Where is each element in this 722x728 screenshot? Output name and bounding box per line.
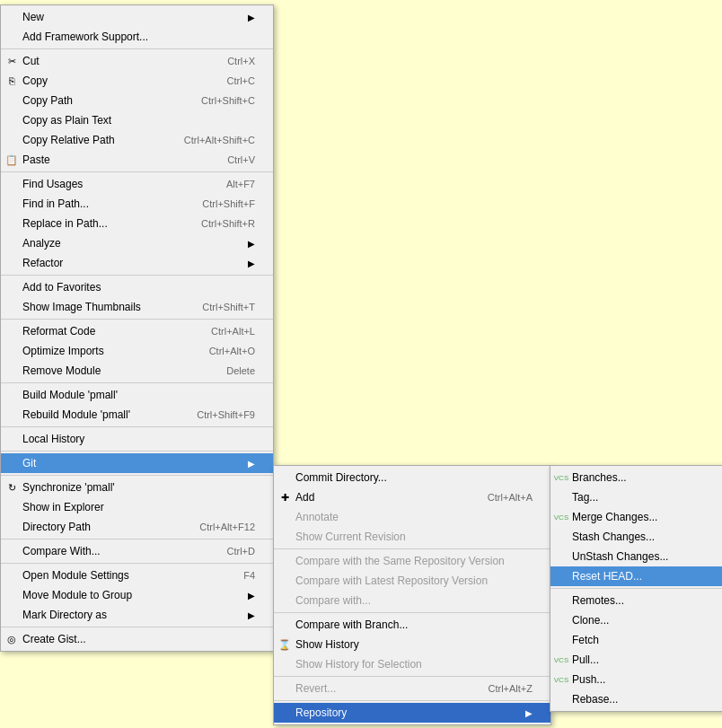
menu-item-analyze[interactable]: Analyze▶	[1, 233, 273, 253]
menu-label-replace-in-path[interactable]: Replace in Path...Ctrl+Shift+R	[1, 214, 273, 233]
menu-item-show-history[interactable]: ⌛Show History	[274, 635, 550, 654]
menu-label-add-favorites[interactable]: Add to Favorites	[1, 277, 273, 297]
menu-label-copy-plain[interactable]: Copy as Plain Text	[1, 110, 273, 130]
menu-item-cut[interactable]: ✂CutCtrl+X	[1, 51, 273, 71]
menu-item-directory-path[interactable]: Directory PathCtrl+Alt+F12	[1, 517, 273, 537]
menu-label-mark-directory-as[interactable]: Mark Directory as▶	[1, 605, 273, 625]
menu-item-add[interactable]: ✚AddCtrl+Alt+A	[274, 487, 550, 507]
menu-item-find-usages[interactable]: Find UsagesAlt+F7	[1, 174, 273, 194]
menu-item-mark-directory-as[interactable]: Mark Directory as▶	[1, 605, 273, 625]
menu-item-find-in-path[interactable]: Find in Path...Ctrl+Shift+F	[1, 194, 273, 214]
menu-item-build-module[interactable]: Build Module 'pmall'	[1, 385, 273, 405]
menu-item-show-current-revision[interactable]: Show Current Revision	[274, 527, 550, 547]
menu-item-push[interactable]: VCSPush...Ctrl+Shift+K	[550, 670, 722, 689]
menu-label-move-module-to-group[interactable]: Move Module to Group▶	[1, 585, 273, 605]
menu-item-compare-same-repo[interactable]: Compare with the Same Repository Version	[274, 551, 550, 571]
menu-item-fetch[interactable]: Fetch	[550, 630, 722, 650]
menu-item-refactor[interactable]: Refactor▶	[1, 253, 273, 273]
menu-item-remotes[interactable]: Remotes...	[550, 591, 722, 610]
menu-item-open-module-settings[interactable]: Open Module SettingsF4	[1, 566, 273, 585]
menu-label-compare-branch[interactable]: Compare with Branch...	[274, 615, 550, 635]
menu-label-merge-changes[interactable]: VCSMerge Changes...	[550, 507, 722, 527]
menu-label-add-framework[interactable]: Add Framework Support...	[1, 27, 273, 47]
menu-label-reset-head[interactable]: Reset HEAD...	[550, 566, 722, 586]
menu-item-pull[interactable]: VCSPull...	[550, 650, 722, 670]
menu-label-compare-with[interactable]: Compare with...	[274, 591, 550, 610]
menu-label-show-history[interactable]: ⌛Show History	[274, 635, 550, 654]
menu-label-compare-same-repo[interactable]: Compare with the Same Repository Version	[274, 551, 550, 571]
menu-item-copy[interactable]: ⎘CopyCtrl+C	[1, 71, 273, 91]
menu-label-pull[interactable]: VCSPull...	[550, 650, 722, 670]
menu-label-analyze[interactable]: Analyze▶	[1, 233, 273, 253]
menu-item-branches[interactable]: VCSBranches...	[550, 468, 722, 487]
menu-item-new[interactable]: New▶	[1, 7, 273, 27]
menu-item-clone[interactable]: Clone...	[550, 610, 722, 630]
menu-label-find-usages[interactable]: Find UsagesAlt+F7	[1, 174, 273, 194]
menu-label-rebuild-module[interactable]: Rebuild Module 'pmall'Ctrl+Shift+F9	[1, 405, 273, 425]
menu-item-add-framework[interactable]: Add Framework Support...	[1, 27, 273, 47]
menu-label-stash-changes[interactable]: Stash Changes...	[550, 527, 722, 547]
menu-label-directory-path[interactable]: Directory PathCtrl+Alt+F12	[1, 517, 273, 537]
menu-label-fetch[interactable]: Fetch	[550, 630, 722, 650]
menu-label-compare-with[interactable]: Compare With...Ctrl+D	[1, 541, 273, 561]
menu-item-repository[interactable]: Repository▶	[274, 703, 550, 723]
menu-label-refactor[interactable]: Refactor▶	[1, 253, 273, 273]
menu-label-synchronize[interactable]: ↻Synchronize 'pmall'	[1, 478, 273, 497]
menu-label-repository[interactable]: Repository▶	[274, 703, 550, 723]
menu-label-branches[interactable]: VCSBranches...	[550, 468, 722, 487]
menu-label-compare-latest-repo[interactable]: Compare with Latest Repository Version	[274, 571, 550, 591]
menu-label-add[interactable]: ✚AddCtrl+Alt+A	[274, 487, 550, 507]
menu-item-revert[interactable]: Revert...Ctrl+Alt+Z	[274, 679, 550, 698]
menu-item-show-image-thumbnails[interactable]: Show Image ThumbnailsCtrl+Shift+T	[1, 297, 273, 317]
menu-item-stash-changes[interactable]: Stash Changes...	[550, 527, 722, 547]
menu-item-move-module-to-group[interactable]: Move Module to Group▶	[1, 585, 273, 605]
menu-label-commit-dir[interactable]: Commit Directory...	[274, 468, 550, 487]
menu-item-add-favorites[interactable]: Add to Favorites	[1, 277, 273, 297]
menu-label-show-image-thumbnails[interactable]: Show Image ThumbnailsCtrl+Shift+T	[1, 297, 273, 317]
menu-item-compare-with[interactable]: Compare with...	[274, 591, 550, 610]
menu-item-copy-plain[interactable]: Copy as Plain Text	[1, 110, 273, 130]
menu-item-compare-latest-repo[interactable]: Compare with Latest Repository Version	[274, 571, 550, 591]
menu-label-open-module-settings[interactable]: Open Module SettingsF4	[1, 566, 273, 585]
menu-item-optimize-imports[interactable]: Optimize ImportsCtrl+Alt+O	[1, 341, 273, 361]
menu-item-remove-module[interactable]: Remove ModuleDelete	[1, 361, 273, 381]
menu-label-paste[interactable]: 📋PasteCtrl+V	[1, 150, 273, 170]
menu-label-build-module[interactable]: Build Module 'pmall'	[1, 385, 273, 405]
menu-label-new[interactable]: New▶	[1, 7, 273, 27]
menu-label-unstash-changes[interactable]: UnStash Changes...	[550, 547, 722, 566]
menu-item-compare-with[interactable]: Compare With...Ctrl+D	[1, 541, 273, 561]
menu-item-unstash-changes[interactable]: UnStash Changes...	[550, 547, 722, 566]
menu-label-revert[interactable]: Revert...Ctrl+Alt+Z	[274, 679, 550, 698]
menu-label-annotate[interactable]: Annotate	[274, 507, 550, 527]
menu-item-commit-dir[interactable]: Commit Directory...	[274, 468, 550, 487]
menu-label-copy-path[interactable]: Copy PathCtrl+Shift+C	[1, 91, 273, 110]
menu-label-show-history-selection[interactable]: Show History for Selection	[274, 654, 550, 674]
menu-item-merge-changes[interactable]: VCSMerge Changes...	[550, 507, 722, 527]
menu-label-create-gist[interactable]: ◎Create Gist...	[1, 629, 273, 649]
menu-label-optimize-imports[interactable]: Optimize ImportsCtrl+Alt+O	[1, 341, 273, 361]
menu-item-synchronize[interactable]: ↻Synchronize 'pmall'	[1, 478, 273, 497]
menu-label-copy[interactable]: ⎘CopyCtrl+C	[1, 71, 273, 91]
menu-item-git[interactable]: Git▶	[1, 453, 273, 473]
menu-label-copy-relative[interactable]: Copy Relative PathCtrl+Alt+Shift+C	[1, 130, 273, 150]
menu-label-clone[interactable]: Clone...	[550, 610, 722, 630]
menu-label-reformat-code[interactable]: Reformat CodeCtrl+Alt+L	[1, 321, 273, 341]
menu-label-local-history[interactable]: Local History	[1, 429, 273, 449]
menu-item-paste[interactable]: 📋PasteCtrl+V	[1, 150, 273, 170]
menu-item-rebase[interactable]: Rebase...	[550, 689, 722, 709]
menu-label-rebase[interactable]: Rebase...	[550, 689, 722, 709]
menu-label-push[interactable]: VCSPush...Ctrl+Shift+K	[550, 670, 722, 689]
menu-label-show-explorer[interactable]: Show in Explorer	[1, 497, 273, 517]
menu-label-tag[interactable]: Tag...	[550, 487, 722, 507]
menu-item-show-history-selection[interactable]: Show History for Selection	[274, 654, 550, 674]
menu-label-cut[interactable]: ✂CutCtrl+X	[1, 51, 273, 71]
menu-label-show-current-revision[interactable]: Show Current Revision	[274, 527, 550, 547]
menu-label-remove-module[interactable]: Remove ModuleDelete	[1, 361, 273, 381]
menu-item-tag[interactable]: Tag...	[550, 487, 722, 507]
menu-label-remotes[interactable]: Remotes...	[550, 591, 722, 610]
menu-item-annotate[interactable]: Annotate	[274, 507, 550, 527]
menu-label-git[interactable]: Git▶	[1, 453, 273, 473]
menu-item-copy-path[interactable]: Copy PathCtrl+Shift+C	[1, 91, 273, 110]
menu-item-create-gist[interactable]: ◎Create Gist...	[1, 629, 273, 649]
menu-label-find-in-path[interactable]: Find in Path...Ctrl+Shift+F	[1, 194, 273, 214]
